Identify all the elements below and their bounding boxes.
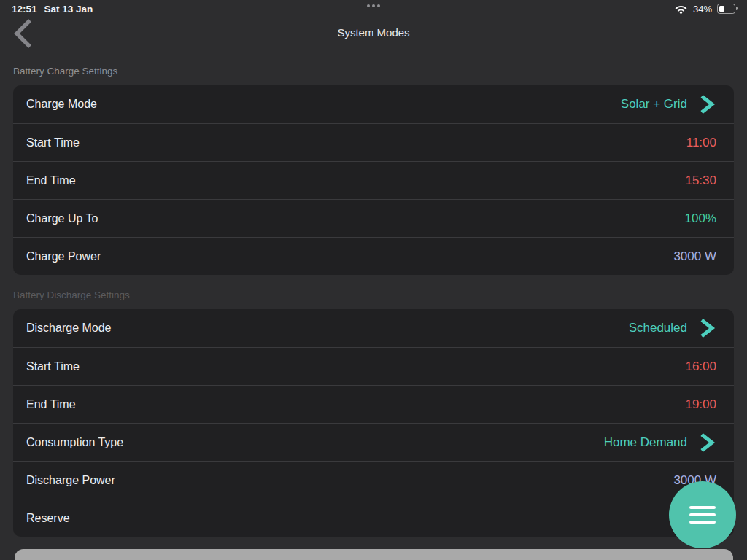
row-discharge-start-time[interactable]: Start Time 16:00 — [13, 347, 734, 385]
row-value: 3000 W — [673, 249, 716, 264]
row-charge-end-time[interactable]: End Time 15:30 — [13, 161, 734, 199]
status-date: Sat 13 Jan — [44, 4, 93, 15]
section-label-battery-discharge: Battery Discharge Settings — [13, 289, 130, 300]
row-consumption-type[interactable]: Consumption Type Home Demand — [13, 423, 734, 461]
row-value: 15:30 — [685, 174, 716, 188]
row-label: End Time — [26, 174, 76, 187]
row-label: Consumption Type — [26, 436, 123, 449]
battery-charge-card: Charge Mode Solar + Grid Start Time 11:0… — [13, 85, 734, 275]
status-left: 12:51 Sat 13 Jan — [12, 4, 93, 15]
battery-icon — [717, 4, 735, 14]
row-label: Discharge Mode — [26, 322, 112, 335]
row-value: 100% — [685, 211, 716, 226]
status-bar: 12:51 Sat 13 Jan 34% — [0, 0, 747, 18]
chevron-right-icon — [697, 93, 716, 115]
row-reserve[interactable]: Reserve — [13, 499, 734, 537]
menu-fab-button[interactable] — [669, 481, 736, 548]
status-right: 34% — [674, 4, 735, 15]
row-label: Charge Mode — [26, 98, 97, 111]
row-label: Discharge Power — [26, 474, 115, 487]
chevron-right-icon — [697, 317, 716, 339]
row-label: Charge Power — [26, 250, 101, 263]
row-label: Charge Up To — [26, 212, 98, 225]
row-label: Start Time — [26, 136, 80, 149]
row-value: Scheduled — [629, 321, 687, 335]
row-charge-start-time[interactable]: Start Time 11:00 — [13, 123, 734, 161]
row-value: Home Demand — [604, 435, 687, 450]
screen: 12:51 Sat 13 Jan 34% System Modes Batter… — [0, 0, 747, 560]
status-center — [0, 4, 747, 7]
status-time: 12:51 — [12, 4, 37, 15]
row-label: End Time — [26, 398, 76, 411]
row-discharge-power[interactable]: Discharge Power 3000 W — [13, 461, 734, 499]
row-label: Reserve — [26, 512, 70, 525]
row-charge-mode[interactable]: Charge Mode Solar + Grid — [13, 85, 734, 123]
chevron-right-icon — [697, 432, 716, 454]
nav-bar: System Modes — [0, 18, 747, 54]
row-label: Start Time — [26, 360, 80, 373]
row-value: 11:00 — [686, 136, 716, 150]
row-charge-up-to[interactable]: Charge Up To 100% — [13, 199, 734, 237]
row-discharge-end-time[interactable]: End Time 19:00 — [13, 385, 734, 423]
wifi-icon — [674, 4, 688, 14]
row-discharge-mode[interactable]: Discharge Mode Scheduled — [13, 309, 734, 347]
battery-discharge-card: Discharge Mode Scheduled Start Time 16:0… — [13, 309, 734, 537]
battery-percent: 34% — [693, 4, 712, 15]
row-value: 16:00 — [685, 359, 716, 374]
row-charge-power[interactable]: Charge Power 3000 W — [13, 237, 734, 275]
page-title: System Modes — [0, 26, 747, 39]
row-value: Solar + Grid — [621, 97, 687, 112]
menu-icon — [689, 506, 716, 524]
section-label-battery-charge: Battery Charge Settings — [13, 66, 117, 77]
multitask-handle-icon[interactable] — [367, 4, 380, 7]
row-value: 19:00 — [685, 397, 716, 412]
partial-bottom-card[interactable] — [15, 549, 733, 560]
